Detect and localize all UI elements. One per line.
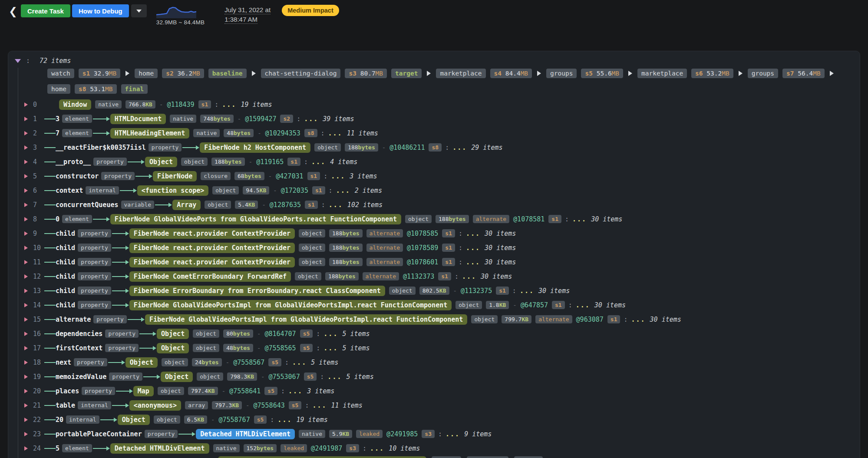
node-pill[interactable]: Map	[133, 386, 154, 396]
expand-icon[interactable]	[24, 145, 28, 150]
expand-icon[interactable]	[24, 332, 28, 336]
tree-row[interactable]: 8 0 element FiberNode GlobalVideoPorts f…	[8, 212, 860, 226]
node-address[interactable]: @1599427	[245, 115, 276, 123]
expand-icon[interactable]	[24, 246, 28, 250]
node-address[interactable]: @10486211	[389, 144, 425, 152]
ellipsis[interactable]: ...	[329, 201, 343, 209]
node-pill[interactable]: HTMLDocument	[110, 114, 166, 124]
node-address[interactable]: @1132373	[403, 273, 434, 280]
node-address[interactable]: @7558767	[218, 416, 250, 424]
expand-icon[interactable]	[24, 289, 28, 293]
node-pill[interactable]: Detached HTMLDivElement	[110, 443, 209, 454]
node-pill[interactable]: Object	[125, 357, 158, 368]
tree-row[interactable]: 6 context internal <function scope> obje…	[8, 183, 860, 198]
node-pill[interactable]: FiberNode GlobalVideoPortsImpl from Glob…	[145, 314, 467, 325]
node-address[interactable]: @172035	[281, 187, 308, 194]
tree-row[interactable]: 17 firstContext property Object object 4…	[8, 341, 860, 355]
node-pill[interactable]: FiberNode ErrorBoundary from ErrorBounda…	[129, 286, 385, 296]
node-pill[interactable]: Object	[157, 343, 189, 353]
expand-icon[interactable]	[24, 217, 28, 221]
tree-row[interactable]: 16 dependencies property Object object 8…	[8, 326, 860, 341]
expand-icon[interactable]	[24, 203, 28, 207]
expand-icon[interactable]	[24, 231, 28, 236]
trace-snapshot-chip[interactable]: s8 53.1MB	[75, 84, 117, 94]
node-pill[interactable]: <anonymous>	[129, 400, 181, 411]
tree-row[interactable]: 23 portablePlaceContainer property Detac…	[8, 427, 860, 441]
how-to-debug-button[interactable]: How to Debug	[72, 4, 129, 17]
expand-icon[interactable]	[24, 403, 28, 408]
tree-row[interactable]: 14 child property FiberNode GlobalVideoP…	[8, 298, 860, 312]
node-pill[interactable]: Object	[145, 157, 177, 167]
node-address[interactable]: @7553067	[268, 373, 300, 381]
node-pill[interactable]: FiberNode react.provider ContextProvider	[129, 228, 295, 239]
back-icon[interactable]: ❮	[9, 6, 18, 16]
ellipsis[interactable]: ...	[277, 416, 292, 424]
node-pill[interactable]: Object	[161, 372, 193, 382]
tree-row[interactable]: 3 __reactFiber$k00357iisl property Fiber…	[8, 140, 860, 155]
ellipsis[interactable]: ...	[466, 258, 480, 266]
ellipsis[interactable]: ...	[288, 387, 303, 395]
ellipsis[interactable]: ...	[312, 402, 327, 409]
ellipsis[interactable]: ...	[323, 344, 338, 352]
node-pill[interactable]: Object	[118, 415, 150, 425]
node-pill[interactable]: Object	[157, 329, 189, 339]
node-address[interactable]: @2491987	[311, 445, 342, 452]
tree-row[interactable]: 2 7 element HTMLHeadingElement native 48…	[8, 126, 860, 140]
trace-marker-chip[interactable]: baseline	[208, 69, 247, 78]
trace-page-chip[interactable]: home	[47, 84, 70, 94]
trace-snapshot-chip[interactable]: s2 36.2MB	[162, 69, 204, 78]
trace-snapshot-chip[interactable]: s3 80.7MB	[345, 69, 387, 78]
tree-row[interactable]: 12 child property FiberNode CometErrorBo…	[8, 269, 860, 283]
tree-row[interactable]: 5 constructor property FiberNode closure…	[8, 169, 860, 183]
tree-row[interactable]: 0 Window native 766.8KB - @118439 s1 : .…	[8, 97, 860, 112]
trace-page-chip[interactable]: home	[135, 69, 158, 78]
expand-icon[interactable]	[24, 418, 28, 422]
expand-icon[interactable]	[24, 260, 28, 264]
expand-icon[interactable]	[24, 432, 28, 436]
ellipsis[interactable]: ...	[520, 287, 534, 295]
node-address[interactable]: @1132375	[461, 287, 492, 295]
ellipsis[interactable]: ...	[222, 101, 236, 109]
expand-icon[interactable]	[24, 360, 28, 365]
node-address[interactable]: @1078581	[513, 215, 545, 223]
trace-page-chip[interactable]: marketplace	[637, 69, 687, 78]
node-pill[interactable]: FiberNode GlobalVideoPortsImpl from Glob…	[129, 300, 452, 310]
ellipsis[interactable]: ...	[311, 158, 326, 166]
node-pill[interactable]: FiberNode react.provider ContextProvider	[129, 243, 295, 253]
expand-icon[interactable]	[24, 317, 28, 322]
tree-row[interactable]: 4 __proto__ property Object object 188by…	[8, 155, 860, 169]
ellipsis[interactable]: ...	[328, 129, 343, 137]
node-pill[interactable]: FiberNode	[153, 171, 197, 181]
ellipsis[interactable]: ...	[336, 187, 350, 194]
node-pill[interactable]: HTMLHeadingElement	[110, 128, 190, 138]
ellipsis[interactable]: ...	[462, 273, 476, 280]
node-address[interactable]: @963087	[576, 316, 604, 323]
node-address[interactable]: @1078589	[407, 244, 438, 252]
node-address[interactable]: @7558565	[264, 344, 296, 352]
tree-row[interactable]: 22 20 internal Object object 6.5KB - @75…	[8, 412, 860, 427]
ellipsis[interactable]: ...	[452, 144, 467, 152]
node-address[interactable]: @1078585	[407, 230, 438, 237]
ellipsis[interactable]: ...	[631, 316, 646, 323]
tree-row[interactable]: 20 places property Map object 797.4KB - …	[8, 384, 860, 398]
ellipsis[interactable]: ...	[331, 172, 345, 180]
expand-icon[interactable]	[24, 160, 28, 164]
node-address[interactable]: @8164707	[264, 330, 296, 338]
tree-row[interactable]: 10 child property FiberNode react.provid…	[8, 241, 860, 255]
node-address[interactable]: @2491985	[386, 430, 418, 438]
tree-row[interactable]: 21 table internal <anonymous> array 797.…	[8, 398, 860, 412]
expand-icon[interactable]	[24, 446, 28, 451]
node-address[interactable]: @10294353	[265, 129, 300, 137]
expand-icon[interactable]	[24, 131, 28, 135]
tree-row[interactable]: 11 child property FiberNode react.provid…	[8, 255, 860, 269]
collapse-icon[interactable]	[15, 59, 21, 63]
node-address[interactable]: @7558567	[233, 359, 264, 366]
node-address[interactable]: @1287635	[270, 201, 301, 209]
node-pill[interactable]: Window	[59, 99, 91, 110]
tree-row[interactable]: 13 child property FiberNode ErrorBoundar…	[8, 283, 860, 298]
ellipsis[interactable]: ...	[572, 215, 587, 223]
tree-row[interactable]: 15 alternate property FiberNode GlobalVi…	[8, 312, 860, 326]
node-pill[interactable]: FiberNode GlobalVideoPorts from GlobalVi…	[110, 214, 401, 224]
trace-page-chip[interactable]: watch	[47, 69, 74, 78]
node-pill[interactable]: Detached HTMLDivElement	[196, 429, 295, 439]
